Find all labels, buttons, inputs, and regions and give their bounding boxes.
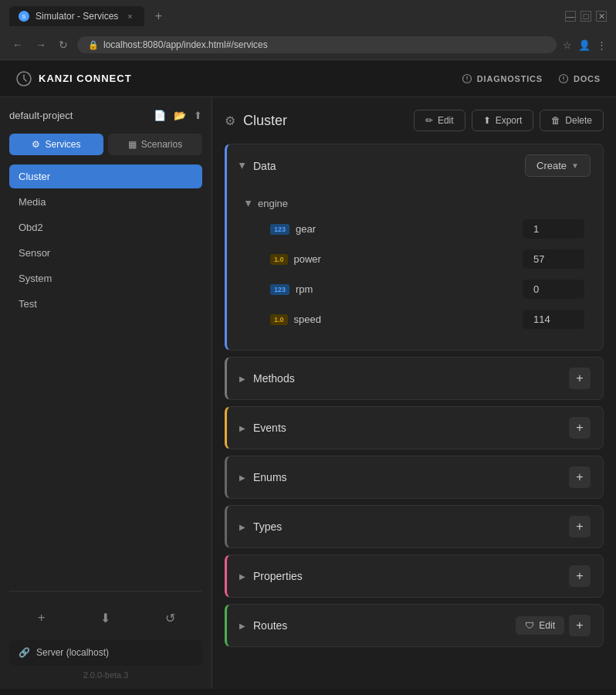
edit-button[interactable]: ✏ Edit xyxy=(414,110,465,131)
properties-add-button[interactable]: + xyxy=(569,565,591,587)
minimize-button[interactable]: — xyxy=(565,11,576,22)
routes-chevron-icon: ▶ xyxy=(239,622,245,630)
app-header: KANZI CONNECT DIAGNOSTICS DOCS xyxy=(0,60,616,97)
diagnostics-icon xyxy=(462,73,472,84)
window-controls: — □ ✕ xyxy=(565,11,607,22)
rpm-type-badge: 123 xyxy=(270,284,289,295)
panel-header-actions: ✏ Edit ⬆ Export 🗑 Delete xyxy=(414,110,604,131)
sidebar-bottom-actions: + ⬇ ↺ xyxy=(9,599,202,636)
rpm-field-value[interactable]: 0 xyxy=(523,280,584,299)
version-label: 2.0.0-beta.3 xyxy=(9,670,202,680)
profile-icon[interactable]: 👤 xyxy=(578,39,591,51)
panel-title: ⚙ Cluster xyxy=(225,113,287,129)
logo-icon xyxy=(15,70,32,87)
header-nav: DIAGNOSTICS DOCS xyxy=(462,73,601,84)
data-section: ▶ Data Create ▼ ▶ engine xyxy=(225,144,604,351)
close-button[interactable]: ✕ xyxy=(596,11,607,22)
app-body: default-project 📄 📂 ⬆ ⚙ Services ▦ Scena… xyxy=(0,97,616,689)
export-button[interactable]: ⬆ Export xyxy=(472,110,534,131)
methods-add-button[interactable]: + xyxy=(569,368,591,389)
download-button[interactable]: ⬇ xyxy=(93,605,118,630)
delete-icon: 🗑 xyxy=(551,115,560,126)
events-section-header[interactable]: ▶ Events + xyxy=(227,407,603,449)
methods-section: ▶ Methods + xyxy=(225,357,604,400)
forward-button[interactable]: → xyxy=(32,37,49,53)
events-add-button[interactable]: + xyxy=(569,417,591,439)
tab-bar: S Simulator - Services × + xyxy=(9,6,168,26)
sidebar-item-system[interactable]: System xyxy=(9,266,202,290)
routes-add-button[interactable]: + xyxy=(569,615,591,636)
scenarios-tab-label: Scenarios xyxy=(141,139,182,150)
refresh-button[interactable]: ↻ xyxy=(56,37,71,53)
events-section: ▶ Events + xyxy=(225,406,604,449)
svg-point-2 xyxy=(466,80,467,81)
properties-section-header[interactable]: ▶ Properties + xyxy=(227,555,603,597)
events-section-title: Events xyxy=(253,422,286,434)
enums-section-header[interactable]: ▶ Enums + xyxy=(227,456,603,498)
properties-chevron-icon: ▶ xyxy=(239,572,245,581)
project-name: default-project xyxy=(9,110,73,121)
data-chevron-icon: ▶ xyxy=(239,163,247,169)
active-tab[interactable]: S Simulator - Services × xyxy=(9,6,144,26)
reload-button[interactable]: ↺ xyxy=(157,605,182,630)
sidebar-item-cluster[interactable]: Cluster xyxy=(9,164,202,188)
power-field-value[interactable]: 57 xyxy=(523,249,584,269)
methods-section-title: Methods xyxy=(253,372,295,385)
create-button[interactable]: Create ▼ xyxy=(525,154,591,177)
engine-field-speed: 1.0 speed 114 xyxy=(239,304,591,334)
sidebar-item-sensor[interactable]: Sensor xyxy=(9,241,202,265)
new-file-icon[interactable]: 📄 xyxy=(154,110,166,121)
address-actions: ☆ 👤 ⋮ xyxy=(563,39,607,51)
types-section-header[interactable]: ▶ Types + xyxy=(227,506,603,548)
sidebar-item-media[interactable]: Media xyxy=(9,190,202,214)
gear-field-name: gear xyxy=(296,223,316,235)
power-field-name: power xyxy=(294,253,321,265)
url-input[interactable]: 🔒 localhost:8080/app/index.html#/service… xyxy=(77,36,557,53)
speed-field-value[interactable]: 114 xyxy=(523,310,584,329)
folder-icon[interactable]: 📂 xyxy=(174,110,186,121)
new-tab-button[interactable]: + xyxy=(149,7,168,25)
panel-header: ⚙ Cluster ✏ Edit ⬆ Export 🗑 Delete xyxy=(225,110,604,131)
tab-scenarios[interactable]: ▦ Scenarios xyxy=(108,134,202,155)
sidebar-tabs: ⚙ Services ▦ Scenarios xyxy=(9,134,202,155)
menu-icon[interactable]: ⋮ xyxy=(597,39,607,51)
routes-edit-button[interactable]: 🛡 Edit xyxy=(516,616,564,635)
scenarios-tab-icon: ▦ xyxy=(128,139,137,150)
panel-title-text: Cluster xyxy=(243,113,287,129)
types-section-title: Types xyxy=(253,520,282,533)
tab-services[interactable]: ⚙ Services xyxy=(9,134,103,155)
project-header: default-project 📄 📂 ⬆ xyxy=(9,107,202,124)
engine-field-power: 1.0 power 57 xyxy=(239,244,591,274)
maximize-button[interactable]: □ xyxy=(580,11,591,22)
tab-close-button[interactable]: × xyxy=(124,11,135,22)
routes-section-header[interactable]: ▶ Routes 🛡 Edit + xyxy=(227,605,603,646)
data-section-header[interactable]: ▶ Data Create ▼ xyxy=(227,144,603,187)
sidebar-item-test[interactable]: Test xyxy=(9,292,202,316)
docs-link[interactable]: DOCS xyxy=(558,73,601,84)
gear-field-value[interactable]: 1 xyxy=(523,219,584,239)
url-text: localhost:8080/app/index.html#/services xyxy=(103,39,268,50)
power-type-badge: 1.0 xyxy=(270,254,288,265)
bookmark-icon[interactable]: ☆ xyxy=(563,39,572,51)
address-bar: ← → ↻ 🔒 localhost:8080/app/index.html#/s… xyxy=(0,32,616,59)
methods-section-header[interactable]: ▶ Methods + xyxy=(227,358,603,399)
diagnostics-link[interactable]: DIAGNOSTICS xyxy=(462,73,543,84)
engine-label: engine xyxy=(258,198,288,209)
add-service-button[interactable]: + xyxy=(29,605,54,630)
project-actions: 📄 📂 ⬆ xyxy=(154,110,202,121)
back-button[interactable]: ← xyxy=(9,37,26,53)
speed-type-badge: 1.0 xyxy=(270,314,288,325)
app-logo: KANZI CONNECT xyxy=(15,70,132,87)
data-section-content: ▶ engine 123 gear 1 1.0 xyxy=(227,187,603,350)
cluster-icon: ⚙ xyxy=(225,114,235,128)
delete-button[interactable]: 🗑 Delete xyxy=(540,110,604,131)
sidebar-item-obd2[interactable]: Obd2 xyxy=(9,215,202,239)
enums-add-button[interactable]: + xyxy=(569,466,591,488)
types-section: ▶ Types + xyxy=(225,505,604,548)
speed-field-name: speed xyxy=(294,314,321,325)
server-label: Server (localhost) xyxy=(36,647,109,658)
services-tab-label: Services xyxy=(45,139,80,150)
types-add-button[interactable]: + xyxy=(569,516,591,537)
upload-icon[interactable]: ⬆ xyxy=(194,110,202,121)
browser-chrome: S Simulator - Services × + — □ ✕ ← → ↻ 🔒… xyxy=(0,0,616,60)
